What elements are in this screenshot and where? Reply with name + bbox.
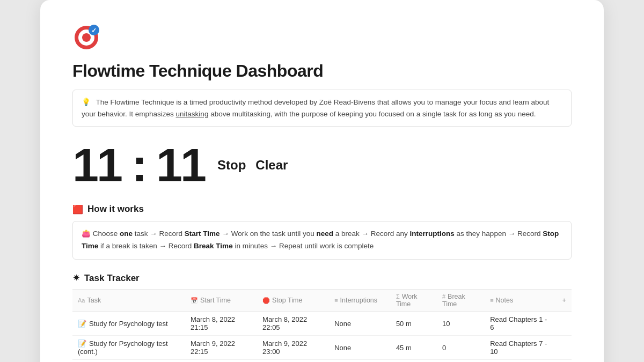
cell-start: March 9, 2022 22:15 bbox=[185, 336, 257, 360]
table-row: 📝Study for Psychology test March 8, 2022… bbox=[72, 312, 572, 336]
crosshair-icon: ✴ bbox=[72, 272, 80, 284]
svg-text:✓: ✓ bbox=[91, 27, 97, 34]
cell-notes: Read Chapters 7 - 10 bbox=[485, 336, 557, 360]
cell-task: 💛Design poster for Business class bbox=[72, 360, 185, 362]
cell-work-time: 1 h 10 m bbox=[391, 360, 437, 362]
cell-notes: Read Chapters 1 - 6 bbox=[485, 312, 557, 336]
cell-empty bbox=[557, 360, 572, 362]
svg-point-2 bbox=[82, 33, 91, 42]
col-task: AaTask bbox=[72, 290, 185, 312]
stop-button[interactable]: Stop bbox=[215, 158, 248, 173]
instructions-box: 👛 Choose one task → Record Start Time → … bbox=[72, 221, 572, 260]
col-interruptions: ≡Interruptions bbox=[329, 290, 391, 312]
table-header-row: AaTask 📅Start Time 🛑Stop Time ≡Interrupt… bbox=[72, 290, 572, 312]
col-add[interactable]: + bbox=[557, 290, 572, 312]
task-tracker-title-text: Task Tracker bbox=[84, 273, 140, 284]
col-work-time: ΣWork Time bbox=[391, 290, 437, 312]
info-text-2: above multitasking, with the purpose of … bbox=[208, 110, 536, 118]
main-container: ✓ Flowtime Technique Dashboard 💡 The Flo… bbox=[40, 0, 604, 362]
how-it-works-title: How it works bbox=[87, 204, 144, 215]
cell-notes: Refer to lecture notes bbox=[485, 360, 557, 362]
bulb-icon: 💡 bbox=[82, 98, 91, 106]
col-stop-time: 🛑Stop Time bbox=[257, 290, 329, 312]
cell-empty bbox=[557, 312, 572, 336]
cell-start: March 11, 2022 18:05 bbox=[185, 360, 257, 362]
cell-empty bbox=[557, 336, 572, 360]
timer-display: 11 : 11 bbox=[72, 142, 204, 189]
cell-work-time: 45 m bbox=[391, 336, 437, 360]
timer-area: 11 : 11 Stop Clear bbox=[72, 142, 572, 189]
cell-work-time: 50 m bbox=[391, 312, 437, 336]
cell-stop: March 11, 2022 19:15 bbox=[257, 360, 329, 362]
col-break-time: #Break Time bbox=[437, 290, 485, 312]
cell-interruptions: None bbox=[329, 312, 391, 336]
cell-break-time: 0 bbox=[437, 360, 485, 362]
red-square-icon: 🟥 bbox=[72, 204, 83, 215]
how-it-works-header: 🟥 How it works bbox=[72, 204, 572, 215]
timer-buttons: Stop Clear bbox=[215, 158, 290, 173]
cell-interruptions: None bbox=[329, 336, 391, 360]
cell-start: March 8, 2022 21:15 bbox=[185, 312, 257, 336]
cell-break-time: 0 bbox=[437, 336, 485, 360]
info-box: 💡 The Flowtime Technique is a timed prod… bbox=[72, 90, 572, 127]
cell-task: 📝Study for Psychology test (cont.) bbox=[72, 336, 185, 360]
unitasking-text: unitasking bbox=[176, 110, 209, 118]
task-table: AaTask 📅Start Time 🛑Stop Time ≡Interrupt… bbox=[72, 289, 572, 362]
page-title: Flowtime Technique Dashboard bbox=[72, 61, 572, 81]
col-notes: ≡Notes bbox=[485, 290, 557, 312]
cell-stop: March 8, 2022 22:05 bbox=[257, 312, 329, 336]
table-row: 💛Design poster for Business class March … bbox=[72, 360, 572, 362]
cell-stop: March 9, 2022 23:00 bbox=[257, 336, 329, 360]
cell-task: 📝Study for Psychology test bbox=[72, 312, 185, 336]
cell-break-time: 10 bbox=[437, 312, 485, 336]
task-tracker-header: ✴ Task Tracker bbox=[72, 272, 572, 284]
col-start-time: 📅Start Time bbox=[185, 290, 257, 312]
app-logo: ✓ bbox=[72, 21, 103, 51]
cell-interruptions: Yes, sister called bbox=[329, 360, 391, 362]
instructions-emoji: 👛 bbox=[82, 230, 93, 238]
clear-button[interactable]: Clear bbox=[253, 158, 290, 173]
table-row: 📝Study for Psychology test (cont.) March… bbox=[72, 336, 572, 360]
